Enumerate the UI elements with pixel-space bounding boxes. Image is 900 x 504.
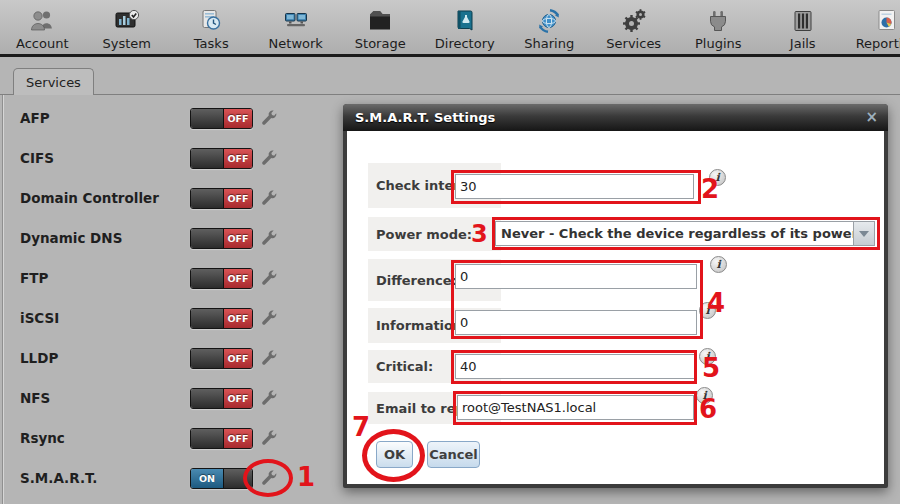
service-row-afp: AFP OFF: [0, 98, 340, 138]
wrench-icon[interactable]: [259, 148, 279, 168]
toggle-knob: [191, 389, 224, 408]
service-name: LLDP: [20, 350, 58, 366]
nav-item-reporting[interactable]: Reporting: [845, 0, 900, 54]
service-name: iSCSI: [20, 310, 59, 326]
ok-button[interactable]: OK: [376, 441, 413, 468]
nav-item-sharing[interactable]: Sharing: [507, 0, 592, 54]
nav-item-tasks[interactable]: Tasks: [169, 0, 254, 54]
nav-label: Sharing: [524, 36, 574, 51]
informational-input[interactable]: [455, 310, 697, 335]
network-icon: [282, 5, 310, 36]
chevron-down-icon[interactable]: [853, 222, 874, 245]
services-icon: [620, 5, 648, 36]
wrench-icon[interactable]: [259, 188, 279, 208]
email-to-report-input[interactable]: [457, 395, 694, 420]
info-icon[interactable]: i: [710, 256, 727, 273]
freenas-screen: Account System: [0, 0, 900, 504]
service-toggle[interactable]: OFF: [190, 188, 253, 209]
power-mode-select[interactable]: Never - Check the device regardless of i…: [495, 221, 875, 246]
check-interval-input[interactable]: [455, 174, 694, 199]
toggle-state-label: OFF: [224, 389, 252, 408]
service-toggle[interactable]: OFF: [190, 388, 253, 409]
toggle-knob: [191, 349, 224, 368]
wrench-icon[interactable]: [259, 108, 279, 128]
dialog-title: S.M.A.R.T. Settings: [355, 110, 865, 125]
service-toggle[interactable]: ON: [190, 468, 253, 489]
toggle-state-label: OFF: [224, 149, 252, 168]
nav-item-plugins[interactable]: Plugins: [676, 0, 761, 54]
nav-item-storage[interactable]: Storage: [338, 0, 423, 54]
plugins-icon: [704, 5, 732, 36]
top-navbar: Account System: [0, 0, 900, 57]
system-icon: [113, 5, 141, 36]
toggle-knob: [191, 269, 224, 288]
service-name: AFP: [20, 110, 50, 126]
service-row-cifs: CIFS OFF: [0, 138, 340, 178]
sharing-icon: [535, 5, 563, 36]
nav-label: System: [103, 36, 151, 51]
service-row-lldp: LLDP OFF: [0, 338, 340, 378]
nav-label: Network: [269, 36, 323, 51]
nav-label: Storage: [355, 36, 406, 51]
service-row-nfs: NFS OFF: [0, 378, 340, 418]
service-row-domain-controller: Domain Controller OFF: [0, 178, 340, 218]
info-icon[interactable]: i: [699, 348, 716, 365]
service-toggle[interactable]: OFF: [190, 428, 253, 449]
service-toggle[interactable]: OFF: [190, 268, 253, 289]
info-icon[interactable]: i: [699, 302, 716, 319]
directory-icon: [451, 5, 479, 36]
wrench-icon[interactable]: [259, 268, 279, 288]
smart-settings-dialog: S.M.A.R.T. Settings × Check interval: i …: [343, 104, 888, 488]
wrench-icon[interactable]: [259, 348, 279, 368]
toggle-state-label: OFF: [224, 109, 252, 128]
tab-strip-divider: [0, 94, 900, 95]
field-label: Difference:: [368, 273, 457, 288]
difference-input[interactable]: [455, 264, 697, 289]
service-name: NFS: [20, 390, 50, 406]
close-icon[interactable]: ×: [865, 110, 878, 125]
nav-item-system[interactable]: System: [85, 0, 170, 54]
nav-label: Directory: [435, 36, 495, 51]
service-row-smart: S.M.A.R.T. ON: [0, 458, 340, 498]
toggle-knob: [191, 229, 224, 248]
nav-item-services[interactable]: Services: [592, 0, 677, 54]
service-name: Rsync: [20, 430, 65, 446]
service-toggle[interactable]: OFF: [190, 228, 253, 249]
service-toggle[interactable]: OFF: [190, 348, 253, 369]
service-toggle[interactable]: OFF: [190, 148, 253, 169]
nav-item-directory[interactable]: Directory: [423, 0, 508, 54]
nav-label: Tasks: [194, 36, 229, 51]
tasks-icon: [197, 5, 225, 36]
nav-item-account[interactable]: Account: [0, 0, 85, 54]
service-toggle[interactable]: OFF: [190, 308, 253, 329]
service-name: FTP: [20, 270, 48, 286]
service-toggle[interactable]: OFF: [190, 108, 253, 129]
wrench-icon[interactable]: [259, 428, 279, 448]
wrench-icon[interactable]: [259, 228, 279, 248]
nav-label: Plugins: [695, 36, 742, 51]
nav-item-jails[interactable]: Jails: [761, 0, 846, 54]
toggle-knob: [223, 469, 252, 488]
service-name: Dynamic DNS: [20, 230, 122, 246]
service-row-iscsi: iSCSI OFF: [0, 298, 340, 338]
service-row-rsync: Rsync OFF: [0, 418, 340, 458]
toggle-knob: [191, 149, 224, 168]
reporting-icon: [873, 5, 900, 36]
field-label: Power mode:: [368, 227, 472, 242]
wrench-icon[interactable]: [259, 308, 279, 328]
info-icon[interactable]: i: [709, 169, 726, 186]
smart-settings-wrench-icon[interactable]: [259, 468, 279, 488]
toggle-state-label: OFF: [224, 429, 252, 448]
field-label: Critical:: [368, 359, 433, 374]
tab-services[interactable]: Services: [13, 68, 94, 95]
toggle-state-label: OFF: [224, 269, 252, 288]
toggle-knob: [191, 309, 224, 328]
service-name: Domain Controller: [20, 190, 159, 206]
critical-input[interactable]: [455, 354, 697, 379]
nav-item-network[interactable]: Network: [254, 0, 339, 54]
info-icon[interactable]: i: [696, 387, 713, 404]
dialog-titlebar[interactable]: S.M.A.R.T. Settings ×: [343, 104, 888, 131]
service-name: CIFS: [20, 150, 54, 166]
cancel-button[interactable]: Cancel: [427, 441, 480, 468]
wrench-icon[interactable]: [259, 388, 279, 408]
